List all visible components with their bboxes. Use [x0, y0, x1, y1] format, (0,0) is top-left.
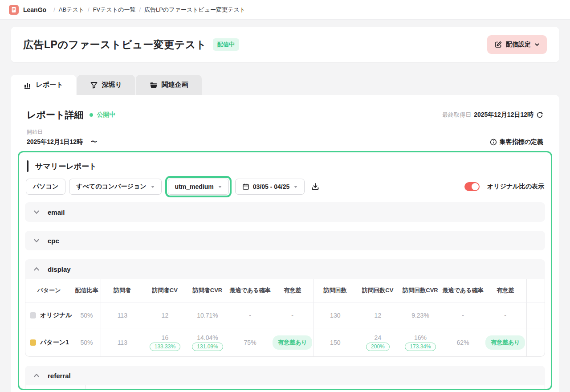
vs-original-pill: 173.34%: [405, 343, 436, 351]
summary-report-section: サマリーレポート パソコン すべてのコンバージョン utm_medium 03: [18, 151, 552, 390]
refresh-icon[interactable]: [536, 111, 543, 118]
chevron-down-icon: [534, 42, 540, 47]
significance-badge: 有意差あり: [273, 335, 313, 350]
table-row-pattern1: パターン1 50% 113 16 133.33% 14.04% 131.09% …: [25, 328, 545, 356]
referral-table-clipped: [25, 385, 545, 390]
section-display: display パターン 配信比率 訪問者 訪問者CV 訪問者CVR 最適である…: [25, 259, 545, 357]
conversion-filter-dropdown[interactable]: すべてのコンバージョン: [69, 179, 161, 195]
info-icon: [490, 139, 497, 146]
folder-icon: [150, 81, 158, 89]
publish-status: 公開中: [97, 111, 115, 119]
breadcrumb-fv-test-list[interactable]: FVテストの一覧: [93, 6, 136, 14]
download-button[interactable]: [311, 182, 320, 191]
published-dot: [90, 113, 93, 117]
date-range-picker[interactable]: 03/05 - 04/25: [235, 179, 305, 195]
test-header-card: 広告LPのファーストビュー変更テスト 配信中 配信設定: [11, 27, 559, 62]
pattern-color-swatch: [30, 339, 36, 346]
significance-badge: 有意差あり: [485, 335, 525, 350]
section-referral: referral: [25, 366, 545, 390]
table-row-original: オリジナル 50% 113 12 10.71% - - 130 12 9.23%…: [25, 302, 545, 328]
vs-original-pill: 200%: [366, 343, 390, 351]
section-referral-header[interactable]: referral: [25, 366, 545, 385]
breadcrumb-current: 広告LPのファーストビュー変更テスト: [144, 6, 245, 14]
pattern-color-swatch: [30, 312, 36, 318]
breadcrumb: / ABテスト / FVテストの一覧 / 広告LPのファーストビュー変更テスト: [50, 6, 245, 14]
section-email[interactable]: email: [25, 202, 545, 222]
download-icon: [311, 182, 320, 191]
report-panel: レポート詳細 公開中 最終取得日 2025年12月12日12時 開始日 2025…: [11, 95, 559, 392]
medium-dropdown-highlight: utm_medium: [165, 176, 232, 197]
start-date-label: 開始日: [27, 128, 97, 136]
chevron-down-icon: [33, 237, 40, 244]
leango-logo-icon[interactable]: [9, 5, 19, 15]
title-accent-bar: [27, 160, 28, 172]
last-fetched-label: 最終取得日: [442, 111, 471, 119]
display-results-table: パターン 配信比率 訪問者 訪問者CV 訪問者CVR 最適である確率 有意差 訪…: [25, 279, 545, 357]
edit-icon: [494, 41, 502, 49]
caret-down-icon: [151, 186, 155, 188]
tab-report[interactable]: レポート: [11, 75, 76, 95]
vs-original-pill: 131.09%: [192, 343, 223, 351]
section-display-header[interactable]: display: [25, 259, 545, 279]
original-ratio-toggle[interactable]: [464, 182, 480, 191]
last-fetched-value: 2025年12月12日12時: [474, 111, 533, 119]
topbar: LeanGo / ABテスト / FVテストの一覧 / 広告LPのファーストビュ…: [0, 0, 570, 20]
funnel-icon: [90, 81, 98, 89]
bar-chart-icon: [24, 81, 32, 89]
chevron-up-icon: [33, 372, 40, 379]
page-title: 広告LPのファーストビュー変更テスト: [23, 38, 207, 52]
vs-original-pill: 133.33%: [150, 343, 180, 351]
chevron-down-icon: [33, 208, 40, 216]
tab-related-plans[interactable]: 関連企画: [136, 75, 202, 95]
start-date-value: 2025年12月1日12時〜: [27, 138, 97, 146]
device-filter-button[interactable]: パソコン: [26, 179, 65, 195]
summary-title: サマリーレポート: [35, 161, 97, 172]
report-detail-title: レポート詳細: [27, 109, 83, 121]
chevron-up-icon: [33, 265, 40, 273]
status-badge: 配信中: [213, 38, 239, 51]
table-header-row: パターン 配信比率 訪問者 訪問者CV 訪問者CVR 最適である確率 有意差 訪…: [25, 279, 545, 302]
calendar-icon: [242, 183, 249, 190]
medium-filter-dropdown[interactable]: utm_medium: [168, 179, 229, 195]
caret-down-icon: [218, 186, 222, 188]
caret-down-icon: [294, 186, 297, 188]
tab-bar: レポート 深堀り 関連企画: [11, 75, 570, 95]
toggle-label: オリジナル比の表示: [487, 183, 544, 191]
delivery-settings-button[interactable]: 配信設定: [487, 35, 547, 54]
breadcrumb-ab-test[interactable]: ABテスト: [59, 6, 84, 14]
metrics-definition-link[interactable]: 集客指標の定義: [490, 138, 543, 146]
filter-toolbar: パソコン すべてのコンバージョン utm_medium 03/05 - 04/2…: [25, 179, 545, 195]
brand-name[interactable]: LeanGo: [23, 6, 46, 13]
tab-drilldown[interactable]: 深堀り: [77, 75, 135, 95]
section-cpc[interactable]: cpc: [25, 231, 545, 250]
